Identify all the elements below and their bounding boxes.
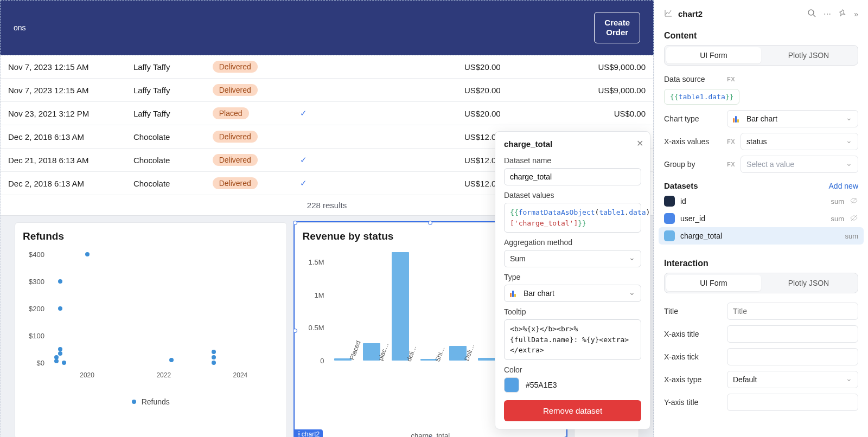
dataset-color-icon xyxy=(664,213,675,224)
color-value: #55A1E3 xyxy=(526,381,557,389)
svg-line-1 xyxy=(813,15,815,17)
table-row[interactable]: Nov 7, 2023 12:15 AMLaffy TaffyDelivered… xyxy=(1,79,653,102)
cell-check: ✓ xyxy=(284,172,324,195)
fx-icon[interactable]: FX xyxy=(727,161,735,168)
cell-date: Dec 2, 2018 6:13 AM xyxy=(1,172,126,195)
remove-dataset-button[interactable]: Remove dataset xyxy=(504,400,641,421)
title-input[interactable] xyxy=(727,303,858,320)
x-axis-values-select[interactable]: status xyxy=(741,133,858,150)
nav-fragment: ons xyxy=(14,23,26,32)
cell-date: Nov 7, 2023 12:15 AM xyxy=(1,55,126,79)
resize-handle[interactable] xyxy=(293,329,297,333)
tooltip-input[interactable]: <b>%{x}</b><br>%{fullData.name}: %{y}<ex… xyxy=(504,319,641,360)
x-axis-title-input[interactable] xyxy=(727,325,858,343)
scatter-point xyxy=(212,361,216,365)
cell-date: Nov 23, 2021 3:12 PM xyxy=(1,102,126,125)
dataset-row[interactable]: charge_totalsum xyxy=(659,227,864,245)
inspector-title[interactable]: chart2 xyxy=(678,9,800,18)
chart-legend: Refunds xyxy=(23,397,279,406)
cell-status: Placed xyxy=(205,102,284,125)
field-label: X-axis type xyxy=(664,375,722,384)
dataset-row[interactable]: user_idsum xyxy=(654,210,868,227)
cell-status: Delivered xyxy=(205,125,284,149)
section-heading: Datasets xyxy=(664,181,698,190)
chart-type-select[interactable]: Bar chart xyxy=(727,110,858,127)
cell-check xyxy=(284,79,324,102)
cell-total: US$9,000.00 xyxy=(508,79,653,102)
add-dataset-button[interactable]: Add new xyxy=(829,182,858,190)
table-row[interactable]: Nov 23, 2021 3:12 PMLaffy TaffyPlaced✓US… xyxy=(1,102,653,125)
cell-product: Chocolate xyxy=(126,172,205,195)
cell-total: US$9,000.00 xyxy=(508,55,653,79)
bar-chart-icon xyxy=(733,115,739,123)
field-label: Dataset name xyxy=(504,156,641,165)
cell-product: Chocolate xyxy=(126,149,205,172)
cell-price: US$20.00 xyxy=(323,55,508,79)
field-label: Tooltip xyxy=(504,307,641,316)
cell-price: US$20.00 xyxy=(323,102,508,125)
fx-icon[interactable]: FX xyxy=(727,76,735,82)
table-row[interactable]: Nov 7, 2023 12:15 AMLaffy TaffyDelivered… xyxy=(1,55,653,79)
create-order-button[interactable]: Create Order xyxy=(594,12,640,43)
bar-chart-icon xyxy=(510,290,516,297)
tab-plotly-json[interactable]: Plotly JSON xyxy=(761,275,856,291)
visibility-icon[interactable] xyxy=(850,214,858,224)
more-icon[interactable]: ⋯ xyxy=(824,10,831,18)
field-label: Title xyxy=(664,307,722,316)
cell-status: Delivered xyxy=(205,149,284,172)
aggregation-select[interactable]: Sum xyxy=(504,250,641,267)
chart-refunds[interactable]: Refunds $400$300$200$100$0202020222024 R… xyxy=(15,222,287,437)
resize-handle[interactable] xyxy=(428,221,432,225)
field-label: X-axis tick xyxy=(664,352,722,361)
cell-status: Delivered xyxy=(205,55,284,79)
dataset-row[interactable]: idsum xyxy=(654,192,868,210)
inspector-panel: chart2 ⋯ » Content UI Form Plotly JSON D… xyxy=(654,0,868,437)
scatter-point xyxy=(58,306,62,311)
pin-icon[interactable] xyxy=(839,9,846,18)
fx-icon[interactable]: FX xyxy=(727,138,735,145)
field-label: Y-axis title xyxy=(664,398,722,407)
expand-icon[interactable]: » xyxy=(854,10,858,18)
field-label: X-axis title xyxy=(664,330,722,338)
x-axis-type-select[interactable]: Default xyxy=(727,371,858,388)
scatter-point xyxy=(212,350,216,354)
cell-status: Delivered xyxy=(205,172,284,195)
x-axis-tick-input[interactable] xyxy=(727,348,858,365)
scatter-point xyxy=(58,351,62,356)
content-mode-toggle[interactable]: UI Form Plotly JSON xyxy=(664,45,858,66)
tab-ui-form[interactable]: UI Form xyxy=(666,47,761,63)
color-swatch[interactable] xyxy=(504,377,519,393)
cell-price: US$20.00 xyxy=(323,79,508,102)
scatter-point xyxy=(85,252,90,256)
interaction-mode-toggle[interactable]: UI Form Plotly JSON xyxy=(664,273,858,293)
data-source-input[interactable]: {{table1.data}} xyxy=(664,89,739,105)
scatter-point xyxy=(62,361,66,365)
section-heading: Interaction xyxy=(654,251,868,273)
dataset-name-input[interactable] xyxy=(504,168,641,185)
legend-label: Refunds xyxy=(142,397,170,406)
scatter-point xyxy=(54,359,59,363)
dataset-name: id xyxy=(680,197,825,205)
cell-product: Laffy Taffy xyxy=(126,102,205,125)
legend-dot-icon xyxy=(132,400,136,404)
field-label: Type xyxy=(504,273,641,281)
cell-product: Laffy Taffy xyxy=(126,79,205,102)
scatter-point xyxy=(169,358,174,362)
field-label: X-axis values xyxy=(664,137,722,146)
resize-handle[interactable] xyxy=(293,221,297,225)
tab-ui-form[interactable]: UI Form xyxy=(666,275,761,291)
type-select[interactable]: Bar chart xyxy=(504,285,641,302)
modal-title: charge_total xyxy=(504,139,641,149)
dataset-values-input[interactable]: {{formatDataAsObject(table1.data)['charg… xyxy=(504,203,641,233)
visibility-icon[interactable] xyxy=(850,196,858,207)
field-label: Chart type xyxy=(664,114,722,123)
dataset-color-icon xyxy=(664,230,675,241)
cell-price: US$12.00 xyxy=(323,172,508,195)
cell-price: US$12.00 xyxy=(323,149,508,172)
y-axis-title-input[interactable] xyxy=(727,394,858,411)
tab-plotly-json[interactable]: Plotly JSON xyxy=(761,47,856,63)
group-by-select[interactable]: Select a value xyxy=(741,156,858,173)
cell-price: US$12.00 xyxy=(323,125,508,149)
close-icon[interactable]: ✕ xyxy=(636,138,643,149)
search-icon[interactable] xyxy=(807,9,816,19)
